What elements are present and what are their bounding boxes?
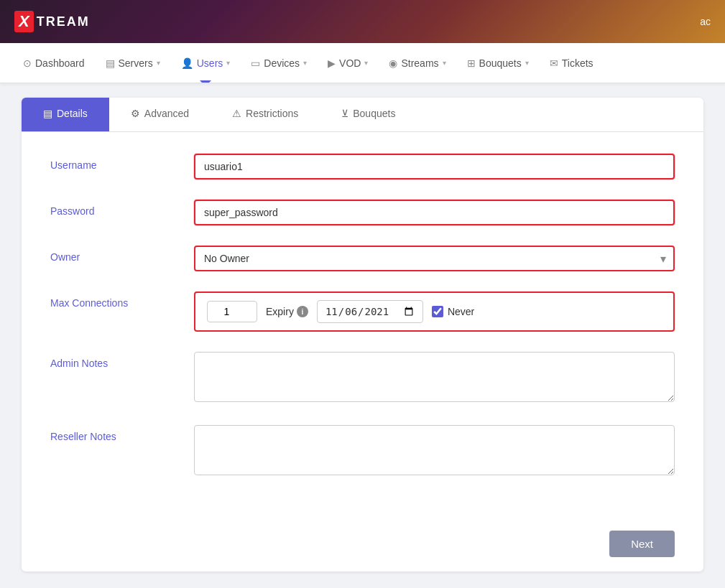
advanced-tab-icon: ⚙ xyxy=(131,108,140,119)
expiry-date-input[interactable] xyxy=(317,300,423,323)
reseller-notes-field xyxy=(194,425,675,478)
max-connections-input[interactable] xyxy=(207,301,257,322)
sidebar-item-bouquets[interactable]: ⊞ Bouquets ▾ xyxy=(458,52,537,75)
username-field xyxy=(194,154,675,179)
tab-restrictions[interactable]: ⚠ Restrictions xyxy=(211,98,320,131)
password-field xyxy=(194,200,675,225)
owner-field: No Owner ▾ xyxy=(194,246,675,271)
form-footer: Next xyxy=(22,520,703,571)
chevron-down-icon: ▾ xyxy=(303,59,307,67)
max-connections-label: Max Connections xyxy=(50,291,194,309)
tickets-icon: ✉ xyxy=(550,57,558,69)
users-label: Users xyxy=(197,57,223,69)
tab-advanced[interactable]: ⚙ Advanced xyxy=(109,98,211,131)
streams-icon: ◉ xyxy=(389,57,397,69)
logo: X TREAM xyxy=(14,11,90,32)
admin-notes-label: Admin Notes xyxy=(50,352,194,369)
connections-group: Expiry i Never xyxy=(194,291,675,332)
owner-select[interactable]: No Owner xyxy=(194,246,675,271)
username-row: Username xyxy=(50,154,675,179)
tab-advanced-label: Advanced xyxy=(144,108,189,119)
dashboard-icon: ⊙ xyxy=(23,57,32,69)
chevron-down-icon: ▾ xyxy=(364,59,368,67)
header-user: ac xyxy=(700,16,711,27)
username-input[interactable] xyxy=(194,154,675,179)
password-label: Password xyxy=(50,200,194,217)
max-connections-row: Max Connections Expiry i Never xyxy=(50,291,675,332)
restrictions-tab-icon: ⚠ xyxy=(232,108,241,119)
owner-row: Owner No Owner ▾ xyxy=(50,246,675,271)
reseller-notes-label: Reseller Notes xyxy=(50,425,194,442)
next-button[interactable]: Next xyxy=(609,531,675,557)
vod-icon: ▶ xyxy=(328,57,336,69)
tickets-label: Tickets xyxy=(562,57,594,69)
form-body: Username Password Owner No Owner xyxy=(22,132,703,520)
sidebar-item-dashboard[interactable]: ⊙ Dashboard xyxy=(14,52,93,75)
bouquets-tab-icon: ⊻ xyxy=(341,108,348,119)
chevron-down-icon: ▾ xyxy=(226,59,230,67)
owner-select-wrapper: No Owner ▾ xyxy=(194,246,675,271)
reseller-notes-row: Reseller Notes xyxy=(50,425,675,478)
chevron-down-icon: ▾ xyxy=(443,59,446,67)
admin-notes-row: Admin Notes xyxy=(50,352,675,405)
max-connections-field: Expiry i Never xyxy=(194,291,675,332)
sidebar-item-streams[interactable]: ◉ Streams ▾ xyxy=(380,52,454,75)
bouquets-label: Bouquets xyxy=(479,57,522,69)
tabs: ▤ Details ⚙ Advanced ⚠ Restrictions ⊻ Bo… xyxy=(22,98,703,132)
details-tab-icon: ▤ xyxy=(43,108,52,119)
devices-icon: ▭ xyxy=(251,57,260,69)
logo-text: TREAM xyxy=(37,14,90,29)
users-icon: 👤 xyxy=(181,57,193,69)
devices-label: Devices xyxy=(264,57,300,69)
sidebar-item-vod[interactable]: ▶ VOD ▾ xyxy=(319,52,377,75)
tab-details-label: Details xyxy=(57,108,88,119)
never-checkbox[interactable] xyxy=(432,306,443,317)
chevron-down-icon: ▾ xyxy=(525,59,529,67)
never-label: Never xyxy=(448,306,474,317)
sidebar-item-devices[interactable]: ▭ Devices ▾ xyxy=(242,52,315,75)
header: X TREAM ac xyxy=(0,0,725,43)
tab-restrictions-label: Restrictions xyxy=(246,108,298,119)
tab-details[interactable]: ▤ Details xyxy=(22,98,109,131)
admin-notes-textarea[interactable] xyxy=(194,352,675,402)
reseller-notes-textarea[interactable] xyxy=(194,425,675,475)
info-icon: i xyxy=(297,306,308,317)
vod-label: VOD xyxy=(339,57,361,69)
tab-bouquets[interactable]: ⊻ Bouquets xyxy=(320,98,417,131)
streams-label: Streams xyxy=(401,57,438,69)
dashboard-label: Dashboard xyxy=(35,57,85,69)
sidebar-item-tickets[interactable]: ✉ Tickets xyxy=(541,52,602,75)
chevron-down-icon: ▾ xyxy=(157,59,160,67)
tab-bouquets-label: Bouquets xyxy=(353,108,395,119)
servers-icon: ▤ xyxy=(106,57,115,69)
expiry-label: Expiry i xyxy=(266,306,308,317)
navbar: ⊙ Dashboard ▤ Servers ▾ 👤 Users ▾ ▭ Devi… xyxy=(0,43,725,83)
never-group: Never xyxy=(432,306,474,317)
servers-label: Servers xyxy=(119,57,153,69)
sidebar-item-users[interactable]: 👤 Users ▾ xyxy=(172,52,239,75)
tab-panel: ▤ Details ⚙ Advanced ⚠ Restrictions ⊻ Bo… xyxy=(22,98,703,571)
password-input[interactable] xyxy=(194,200,675,225)
password-row: Password xyxy=(50,200,675,225)
bouquets-icon: ⊞ xyxy=(467,57,476,69)
expiry-text: Expiry xyxy=(266,306,294,317)
sidebar-item-servers[interactable]: ▤ Servers ▾ xyxy=(97,52,169,75)
owner-label: Owner xyxy=(50,246,194,263)
main-content: ▤ Details ⚙ Advanced ⚠ Restrictions ⊻ Bo… xyxy=(0,83,725,586)
logo-x-icon: X xyxy=(14,11,34,32)
username-label: Username xyxy=(50,154,194,171)
admin-notes-field xyxy=(194,352,675,405)
